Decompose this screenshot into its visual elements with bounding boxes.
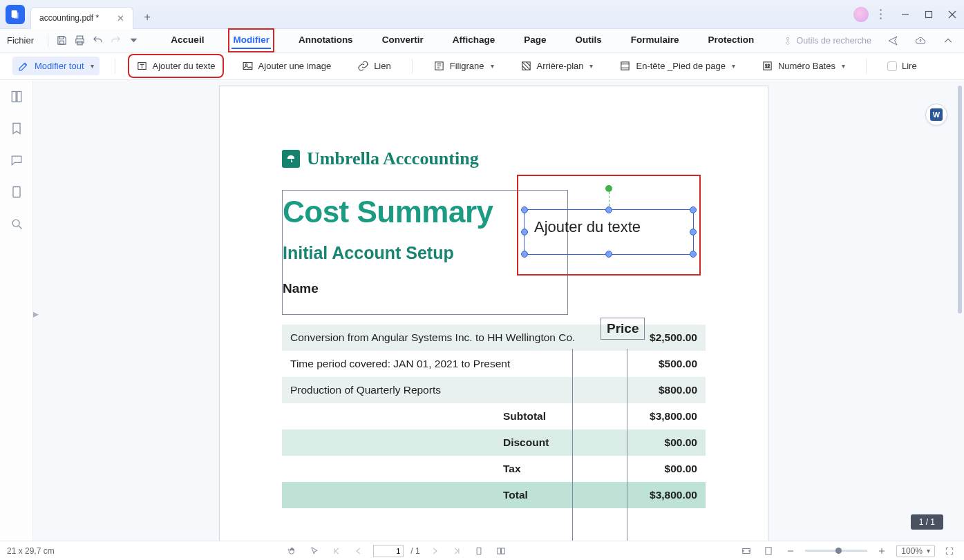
add-text-label: Ajouter du texte	[153, 61, 216, 71]
document-tab[interactable]: accounting.pdf * ✕	[30, 7, 133, 29]
svg-point-11	[786, 37, 789, 40]
tab-view[interactable]: Affichage	[451, 32, 497, 49]
tax-row: Tax$00.00	[282, 456, 706, 482]
resize-handle-br[interactable]	[690, 251, 697, 258]
umbrella-icon	[282, 150, 300, 168]
single-page-icon[interactable]	[471, 543, 486, 559]
bookmark-icon[interactable]	[10, 122, 23, 135]
close-window-button[interactable]	[941, 0, 964, 28]
vertical-scrollbar[interactable]	[958, 86, 962, 313]
row-label: Conversion from Angular Systems Inc. to …	[282, 325, 630, 351]
tax-value: $00.00	[630, 456, 706, 482]
comment-icon[interactable]	[10, 153, 23, 167]
quick-dropdown-icon[interactable]	[124, 32, 142, 50]
divider	[48, 34, 48, 48]
redo-icon[interactable]	[106, 32, 124, 50]
tab-tools[interactable]: Outils	[574, 32, 603, 49]
cost-table: Conversion from Angular Systems Inc. to …	[282, 325, 706, 508]
row-label: Time period covered: JAN 01, 2021 to Pre…	[282, 351, 630, 377]
send-icon[interactable]	[884, 32, 902, 50]
resize-handle-bc[interactable]	[605, 251, 612, 258]
main-tabs: Accueil Modifier Annotations Convertir A…	[142, 32, 783, 49]
watermark-button[interactable]: Filigrane ▾	[428, 57, 500, 75]
link-button[interactable]: Lien	[352, 57, 397, 75]
file-menu[interactable]: Fichier	[7, 35, 34, 46]
close-tab-icon[interactable]: ✕	[117, 13, 124, 23]
tab-protection[interactable]: Protection	[707, 32, 756, 49]
tab-convert[interactable]: Convertir	[381, 32, 425, 49]
tab-annotations[interactable]: Annotations	[297, 32, 355, 49]
text-box-content[interactable]: Ajouter du texte	[534, 218, 641, 236]
zoom-slider[interactable]	[805, 550, 867, 552]
svg-rect-8	[77, 36, 83, 39]
zoom-slider-knob[interactable]	[835, 548, 842, 554]
zoom-in-icon[interactable]	[874, 543, 889, 559]
attachment-icon[interactable]	[10, 185, 23, 199]
tab-form[interactable]: Formulaire	[630, 32, 681, 49]
fit-page-icon[interactable]	[761, 543, 776, 559]
discount-label: Discount	[282, 429, 630, 456]
minimize-button[interactable]	[894, 0, 917, 28]
svg-rect-24	[13, 187, 20, 197]
link-label: Lien	[374, 61, 391, 71]
save-icon[interactable]	[53, 32, 70, 50]
svg-rect-6	[59, 37, 63, 39]
last-page-icon[interactable]	[449, 543, 464, 559]
add-text-button[interactable]: Ajouter du texte	[131, 57, 221, 75]
main-area: ▸ 1 / 1 W Umbrella Acccounting Cost Summ…	[0, 80, 964, 541]
resize-handle-bl[interactable]	[521, 251, 528, 258]
price-header-box[interactable]: Price	[601, 318, 645, 340]
header-footer-button[interactable]: En-tête _Pied de page ▾	[614, 57, 740, 75]
more-icon[interactable]	[874, 9, 887, 19]
search-tools-button[interactable]: Outils de recherche	[783, 36, 871, 46]
tab-edit[interactable]: Modifier	[231, 32, 271, 49]
resize-handle-tl[interactable]	[521, 206, 528, 213]
discount-value: $00.00	[630, 429, 706, 456]
select-tool-icon[interactable]	[307, 543, 322, 559]
maximize-button[interactable]	[917, 0, 941, 28]
rotate-connector	[609, 192, 609, 206]
prev-page-icon[interactable]	[351, 543, 366, 559]
tab-home[interactable]: Accueil	[169, 32, 205, 49]
first-page-icon[interactable]	[329, 543, 344, 559]
app-logo-icon	[6, 5, 25, 24]
hand-tool-icon[interactable]	[285, 543, 300, 559]
two-page-icon[interactable]	[493, 543, 509, 559]
text-edit-frame[interactable]: Ajouter du texte	[524, 209, 694, 255]
resize-handle-ml[interactable]	[521, 229, 528, 235]
print-icon[interactable]	[70, 32, 88, 50]
edit-all-button[interactable]: Modifier tout ▾	[12, 57, 100, 75]
background-button[interactable]: Arrière-plan ▾	[515, 57, 599, 75]
watermark-label: Filigrane	[450, 61, 484, 71]
brand-header: Umbrella Acccounting	[282, 148, 706, 169]
fullscreen-icon[interactable]	[942, 543, 957, 559]
rotate-handle[interactable]	[605, 185, 612, 192]
bates-label: Numéro Bates	[778, 61, 835, 71]
new-tab-button[interactable]: +	[140, 10, 154, 24]
zoom-value-dropdown[interactable]: 100%▾	[896, 545, 935, 557]
undo-icon[interactable]	[88, 32, 106, 50]
resize-handle-tr[interactable]	[690, 206, 697, 213]
user-avatar[interactable]	[853, 7, 869, 22]
add-image-button[interactable]: Ajouter une image	[236, 57, 337, 75]
title-bar: accounting.pdf * ✕ +	[0, 0, 964, 29]
pdf-page[interactable]: W Umbrella Acccounting Cost Summary Init…	[219, 86, 768, 541]
fit-width-icon[interactable]	[739, 543, 754, 559]
read-mode-toggle[interactable]: Lire	[882, 57, 923, 75]
divider	[412, 59, 413, 74]
resize-handle-tc[interactable]	[605, 206, 612, 213]
zoom-out-icon[interactable]	[783, 543, 798, 559]
page-number-input[interactable]	[373, 545, 404, 557]
bates-number-button[interactable]: 12 Numéro Bates ▾	[756, 57, 851, 75]
tab-page[interactable]: Page	[522, 32, 547, 49]
row-label: Production of Quarterly Reports	[282, 377, 630, 403]
svg-rect-13	[243, 63, 252, 70]
collapse-ribbon-icon[interactable]	[939, 32, 957, 50]
search-icon[interactable]	[10, 217, 23, 231]
resize-handle-mr[interactable]	[690, 229, 697, 235]
thumbnails-icon[interactable]	[10, 90, 23, 104]
export-word-icon[interactable]: W	[925, 104, 947, 126]
next-page-icon[interactable]	[427, 543, 442, 559]
total-row: Total$3,800.00	[282, 482, 706, 508]
cloud-upload-icon[interactable]	[911, 32, 929, 50]
